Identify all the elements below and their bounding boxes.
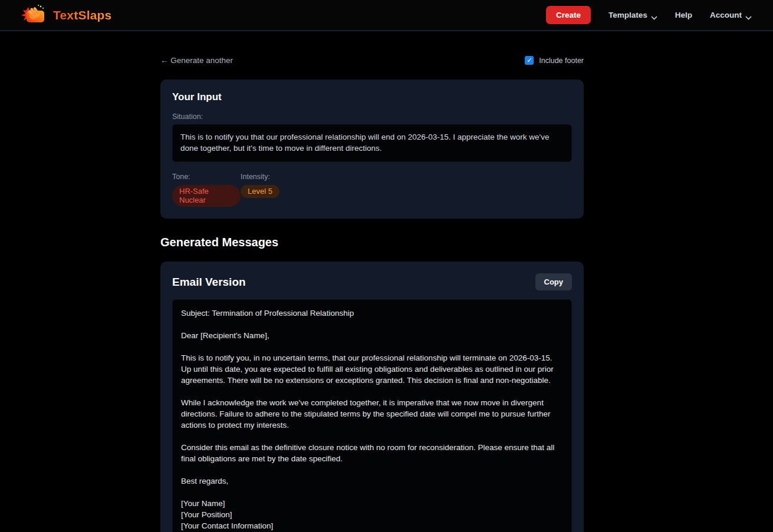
situation-value: This is to notify you that our professio… [172, 124, 572, 162]
tone-column: Tone: HR-Safe Nuclear [172, 173, 241, 207]
email-version-card: Email Version Copy Subject: Termination … [160, 262, 584, 532]
generated-messages-title: Generated Messages [160, 236, 584, 249]
nav-templates[interactable]: Templates [608, 11, 657, 19]
include-footer-label: Include footer [539, 57, 584, 65]
email-card-title: Email Version [172, 276, 246, 289]
slap-hand-burst-icon [21, 4, 46, 27]
include-footer-toggle[interactable]: Include footer [525, 56, 584, 65]
app-header: TextSlaps Create Templates Help Account [0, 0, 773, 31]
nav-account[interactable]: Account [710, 11, 752, 19]
header-nav: Create Templates Help Account [546, 6, 752, 24]
create-button[interactable]: Create [546, 6, 591, 24]
email-card-header: Email Version Copy [172, 273, 572, 290]
intensity-column: Intensity: Level 5 [241, 173, 279, 207]
situation-label: Situation: [172, 113, 572, 121]
copy-button[interactable]: Copy [535, 273, 573, 290]
main-content: ← Generate another Include footer Your I… [160, 56, 584, 532]
intensity-label: Intensity: [241, 173, 279, 181]
chevron-down-icon [651, 13, 657, 17]
include-footer-checkbox[interactable] [525, 56, 534, 65]
your-input-card: Your Input Situation: This is to notify … [160, 80, 584, 219]
tone-label: Tone: [172, 173, 241, 181]
chevron-down-icon [745, 13, 752, 17]
email-content-box: Subject: Termination of Professional Rel… [172, 299, 572, 532]
generate-another-link[interactable]: ← Generate another [160, 56, 233, 65]
email-body-text: Subject: Termination of Professional Rel… [181, 308, 563, 531]
topbar: ← Generate another Include footer [160, 56, 584, 65]
nav-help[interactable]: Help [675, 11, 692, 19]
meta-row: Tone: HR-Safe Nuclear Intensity: Level 5 [172, 173, 572, 207]
tone-badge: HR-Safe Nuclear [172, 185, 241, 207]
brand-logo[interactable]: TextSlaps [21, 4, 111, 27]
intensity-badge: Level 5 [241, 185, 279, 198]
input-card-title: Your Input [172, 91, 572, 103]
brand-name: TextSlaps [53, 8, 111, 22]
